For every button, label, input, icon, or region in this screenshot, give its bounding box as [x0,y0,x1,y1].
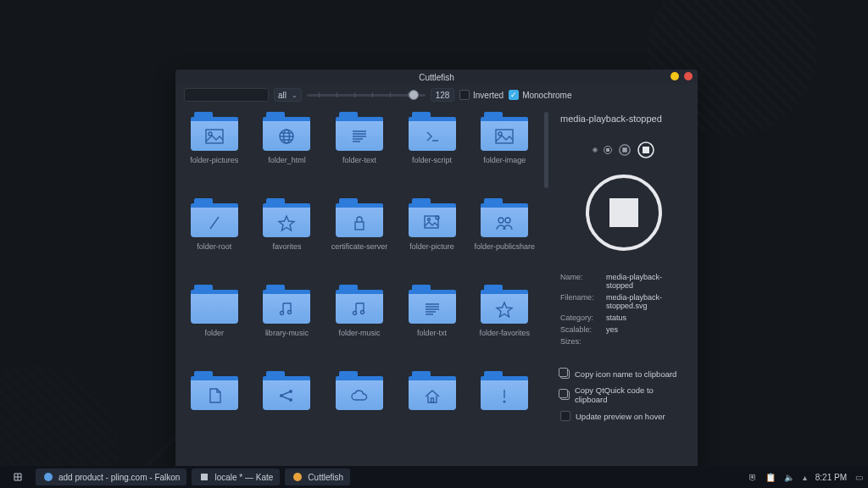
inverted-checkbox[interactable] [459,90,470,100]
icon-label: folder-image [483,156,526,164]
task-item-falkon[interactable]: add product - pling.com - Falkon [36,469,186,485]
monochrome-label: Monochrome [522,91,571,100]
folder-icon [336,371,383,410]
icon-cell[interactable]: folder-root [179,198,250,274]
detail-panel: media-playback-stopped Name: media-playb… [550,105,698,469]
size-22-button[interactable] [618,143,632,157]
icon-label: folder-txt [417,329,447,337]
tray-expand-icon[interactable]: ▴ [803,473,807,482]
window-body: folder-picturesfolder_htmlfolder-textfol… [175,105,698,469]
meta-filename-key: Filename: [560,293,606,310]
folder-icon [481,112,528,151]
size-slider[interactable] [307,89,426,101]
icon-grid[interactable]: folder-picturesfolder_htmlfolder-textfol… [175,105,543,469]
task-item-kate[interactable]: locale * — Kate [192,469,280,485]
svg-point-8 [427,218,430,220]
svg-point-29 [44,473,53,481]
icon-label: library-music [265,329,309,337]
copy-qml-button[interactable]: Copy QtQuick code to clipboard [560,385,687,404]
icon-label: folder-publicshare [474,242,535,251]
icon-cell[interactable]: folder-txt [397,285,468,361]
icon-cell[interactable]: folder-music [324,285,395,361]
icon-cell[interactable]: folder-text [324,112,395,188]
inverted-toggle[interactable]: Inverted [459,90,504,100]
scrollbar-vertical[interactable] [544,112,548,188]
monochrome-toggle[interactable]: Monochrome [509,90,571,100]
icon-cell[interactable]: folder_html [252,112,323,188]
taskbar[interactable]: add product - pling.com - Falkon locale … [0,466,868,488]
folder-icon [409,371,456,410]
svg-point-17 [289,390,292,393]
svg-point-31 [293,473,302,481]
svg-point-12 [281,311,284,314]
folder-icon [191,198,238,237]
monochrome-checkbox[interactable] [509,90,519,100]
filter-dropdown[interactable]: all ⌄ [274,88,302,102]
titlebar[interactable]: Cuttlefish [175,69,698,85]
icon-label: folder-root [197,242,231,251]
meta-name-key: Name: [560,273,606,290]
window-controls [670,72,693,80]
folder-icon [481,285,528,324]
size-preview-row [560,141,687,159]
size-8-button[interactable] [593,147,598,152]
icon-cell[interactable]: folder-image [469,112,540,188]
meta-sizes-val [606,337,687,346]
minimize-button[interactable] [670,72,679,80]
icon-cell[interactable]: folder-picture [397,198,468,274]
icon-cell[interactable] [324,371,395,447]
folder-icon [263,112,310,151]
icon-cell[interactable]: favorites [252,198,323,274]
detail-title: media-playback-stopped [560,114,687,124]
icon-label: certificate-server [331,242,388,251]
slider-handle[interactable] [409,90,419,100]
icon-label: folder-text [342,156,376,164]
tray-shield-icon[interactable]: ⛨ [748,473,757,482]
icon-cell[interactable]: folder-favorites [469,285,540,361]
size-16-button[interactable] [603,145,613,155]
hover-preview-toggle[interactable]: Update preview on hover [560,411,687,421]
folder-icon [336,112,383,151]
show-desktop-icon[interactable]: ▭ [855,473,863,482]
icon-cell[interactable] [252,371,323,447]
detail-actions: Copy icon name to clipboard Copy QtQuick… [560,369,687,421]
stop-icon [609,198,638,227]
clock[interactable]: 8:21 PM [815,473,847,482]
meta-category-key: Category: [560,313,606,322]
svg-point-13 [288,310,292,313]
tray-clipboard-icon[interactable]: 📋 [765,473,776,482]
icon-cell[interactable]: certificate-server [324,198,395,274]
inverted-label: Inverted [473,91,504,100]
icon-cell[interactable]: folder-publicshare [469,198,540,274]
icon-cell[interactable]: library-music [252,285,323,361]
folder-icon [263,198,310,237]
hover-checkbox[interactable] [560,411,570,421]
icon-cell[interactable] [469,371,540,447]
icon-cell[interactable]: folder-script [397,112,468,188]
icon-cell[interactable]: folder-pictures [179,112,250,188]
folder-icon [336,198,383,237]
close-button[interactable] [684,72,693,80]
icon-label: folder-script [412,156,452,164]
svg-rect-4 [496,130,513,143]
folder-icon [409,112,456,151]
task-item-cuttlefish[interactable]: Cuttlefish [285,469,350,485]
svg-rect-28 [643,147,649,153]
copy-name-button[interactable]: Copy icon name to clipboard [560,369,687,379]
tray-volume-icon[interactable]: 🔈 [784,473,794,482]
cuttlefish-icon [292,471,303,483]
svg-point-9 [436,216,439,219]
svg-rect-30 [201,474,208,480]
svg-point-11 [505,218,510,223]
icon-cell[interactable] [179,371,250,447]
icon-cell[interactable] [397,371,468,447]
cuttlefish-window: Cuttlefish all ⌄ 128 Inverted Monochrome… [175,69,698,469]
icon-label: folder [205,329,225,337]
icon-cell[interactable]: folder [179,285,250,361]
icon-label: favorites [272,242,301,251]
meta-filename-val: media-playback-stopped.svg [606,293,687,310]
falkon-icon [42,471,54,483]
size-32-button[interactable] [637,141,655,159]
start-button[interactable] [5,469,31,485]
search-input[interactable] [184,88,269,102]
